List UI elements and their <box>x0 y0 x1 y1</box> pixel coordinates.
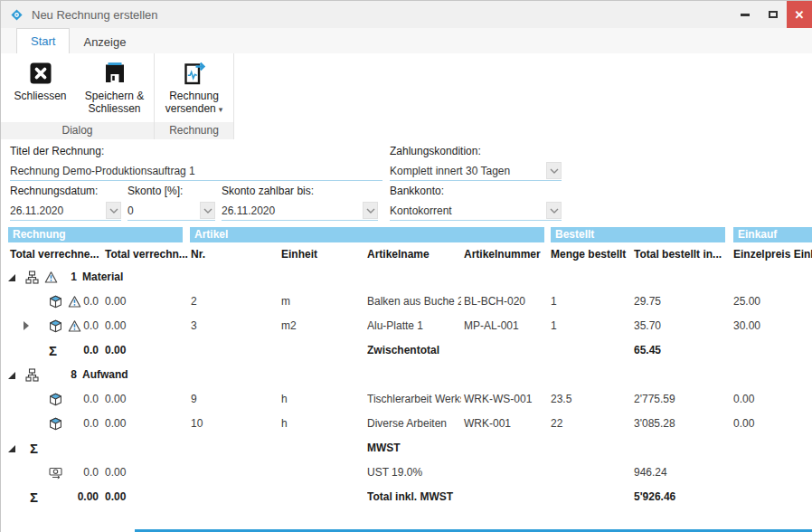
ribbon-group-rechnung: Rechnung versenden▾ Rechnung <box>155 53 234 139</box>
column-header[interactable]: Nr. <box>191 243 205 265</box>
bankkonto-select[interactable]: Kontokorrent <box>390 201 562 221</box>
close-black-icon <box>28 60 53 87</box>
total-verrechnet-1-cell: 0.0 <box>52 461 99 485</box>
ribbon-tabrow: Start Anzeige <box>1 28 812 54</box>
speichern-schliessen-label: Speichern & Schliessen <box>79 90 151 115</box>
artikelnummer-cell: WRK-WS-001 <box>464 387 532 412</box>
rechnung-versenden-button[interactable]: Rechnung versenden▾ <box>158 60 231 115</box>
titel-input[interactable]: Rechnung Demo-Produktionsauftrag 1 <box>10 161 382 181</box>
ribbon-group-buttons: Rechnung versenden▾ <box>155 53 233 122</box>
column-header[interactable]: Artikelname <box>367 243 430 265</box>
column-header[interactable]: Artikelnummer <box>464 243 541 265</box>
invoice-form: Titel der Rechnung: Rechnung Demo-Produk… <box>1 139 812 226</box>
chevron-down-icon[interactable] <box>200 202 215 219</box>
total-verrechnet-2-cell: 0.00 <box>105 338 126 363</box>
skonto-select[interactable]: 0 <box>127 201 215 221</box>
artikelname-cell: UST 19.0% <box>367 461 461 485</box>
total-verrechnet-1-cell: 0.0 <box>52 290 99 314</box>
expander-collapsed-icon[interactable] <box>24 321 29 330</box>
window-controls: ✕ <box>731 1 812 28</box>
tab-anzeige[interactable]: Anzeige <box>70 30 139 54</box>
einzelpreis-cell: 0.00 <box>733 387 754 412</box>
expander-expanded-icon[interactable] <box>8 274 15 281</box>
rechnungsdatum-select[interactable]: 26.11.2020 <box>10 201 121 221</box>
artikelname-cell: Zwischentotal <box>367 338 461 363</box>
skonto-zahlbar-bis-field: Skonto zahlbar bis: 26.11.2020 <box>222 185 378 221</box>
table-row[interactable]: 0.00.009hTischlerarbeit WerksWRK-WS-0012… <box>1 387 812 412</box>
warning-icon <box>44 271 60 284</box>
table-row[interactable]: 8Aufwand <box>1 363 812 387</box>
schliessen-button[interactable]: Schliessen <box>5 60 77 102</box>
table-row[interactable]: 1Material <box>1 265 812 290</box>
total-verrechnet-2-cell: 0.00 <box>105 461 126 485</box>
column-header[interactable]: Menge bestellt <box>551 243 626 265</box>
total-verrechnet-2-cell: 0.00 <box>105 314 126 338</box>
window-title: Neu Rechnung erstellen <box>32 8 157 22</box>
band-header-rechnung[interactable]: Rechnung <box>8 227 183 242</box>
bankkonto-field: Bankkonto: Kontokorrent <box>390 185 562 221</box>
total-bestellt-cell: 3'085.28 <box>634 412 675 436</box>
dialog-window: Neu Rechnung erstellen ✕ Start Anzeige S… <box>0 0 812 532</box>
tab-start[interactable]: Start <box>16 28 70 54</box>
column-header[interactable]: Einzelpreis Eink... <box>733 243 812 265</box>
band-header-artikel[interactable]: Artikel <box>190 227 544 242</box>
nr-cell: 9 <box>191 387 197 412</box>
chevron-down-icon[interactable] <box>546 202 562 219</box>
total-verrechnet-1-cell: 0.0 <box>52 338 99 363</box>
chevron-down-icon[interactable] <box>106 202 121 219</box>
maximize-icon <box>769 11 778 18</box>
zahlungskondition-select[interactable]: Komplett innert 30 Tagen <box>390 161 562 181</box>
group-number: 1 <box>62 265 77 290</box>
ribbon-group-caption-rechnung: Rechnung <box>155 122 233 139</box>
sigma-icon: Σ <box>30 436 38 461</box>
artikelnummer-cell: BL-BCH-020 <box>464 290 525 314</box>
expander-expanded-icon[interactable] <box>8 372 15 379</box>
table-row[interactable]: 0.00.0010hDiverse ArbeitenWRK-001223'085… <box>1 412 812 436</box>
titel-field: Titel der Rechnung: Rechnung Demo-Produk… <box>10 145 382 181</box>
total-bestellt-cell: 2'775.59 <box>634 387 675 412</box>
maximize-button[interactable] <box>759 1 787 28</box>
column-header[interactable]: Total bestellt in... <box>634 243 722 265</box>
minimize-button[interactable] <box>731 1 759 28</box>
group-name: Aufwand <box>82 363 128 387</box>
sigma-icon: Σ <box>30 485 38 509</box>
bankkonto-label: Bankkonto: <box>390 185 562 199</box>
artikelname-cell: Alu-Platte 1 <box>367 314 461 338</box>
total-verrechnet-2-cell: 0.00 <box>105 485 126 509</box>
table-row[interactable]: 0.00.00UST 19.0%946.24 <box>1 461 812 485</box>
einzelpreis-cell: 25.00 <box>733 290 760 314</box>
ribbon-group-caption-dialog: Dialog <box>1 122 154 139</box>
table-row[interactable]: Σ0.000.00Total inkl. MWST5'926.46 <box>1 485 812 509</box>
chevron-down-icon[interactable] <box>546 162 562 179</box>
total-bestellt-cell: 29.75 <box>634 290 661 314</box>
table-row[interactable]: ΣMWST <box>1 436 812 461</box>
menge-bestellt-cell: 1 <box>551 290 557 314</box>
close-button[interactable]: ✕ <box>787 1 812 28</box>
rechnung-versenden-label: Rechnung versenden▾ <box>158 90 231 115</box>
table-row[interactable]: 0.00.002mBalken aus Buche 20BL-BCH-02012… <box>1 290 812 314</box>
rechnungsdatum-field: Rechnungsdatum: 26.11.2020 <box>10 185 121 221</box>
table-row[interactable]: Σ0.00.00Zwischentotal65.45 <box>1 338 812 363</box>
chevron-down-icon[interactable] <box>363 202 378 219</box>
nr-cell: 3 <box>191 314 197 338</box>
column-header[interactable]: Einheit <box>281 243 317 265</box>
column-header[interactable]: Total verrechne... <box>10 243 99 265</box>
total-bestellt-cell: 65.45 <box>634 338 661 363</box>
artikelnummer-cell: MP-AL-001 <box>464 314 519 338</box>
nr-cell: 2 <box>191 290 197 314</box>
close-icon: ✕ <box>795 9 805 21</box>
titel-label: Titel der Rechnung: <box>10 145 382 159</box>
band-header-einkauf[interactable]: Einkauf <box>733 227 812 242</box>
expander-expanded-icon[interactable] <box>8 445 15 452</box>
nr-cell: 10 <box>191 412 203 436</box>
minimize-icon <box>741 14 750 16</box>
table-row[interactable]: 0.00.003m2Alu-Platte 1MP-AL-001135.7030.… <box>1 314 812 338</box>
column-header[interactable]: Total verrechn... <box>105 243 188 265</box>
band-header-bestellt[interactable]: Bestellt <box>551 227 725 242</box>
skonto-zahlbar-bis-select[interactable]: 26.11.2020 <box>222 201 378 221</box>
einheit-cell: m2 <box>281 314 297 338</box>
schliessen-label: Schliessen <box>14 90 66 102</box>
save-icon <box>102 60 127 87</box>
menge-bestellt-cell: 23.5 <box>551 387 571 412</box>
speichern-schliessen-button[interactable]: Speichern & Schliessen <box>79 60 151 115</box>
